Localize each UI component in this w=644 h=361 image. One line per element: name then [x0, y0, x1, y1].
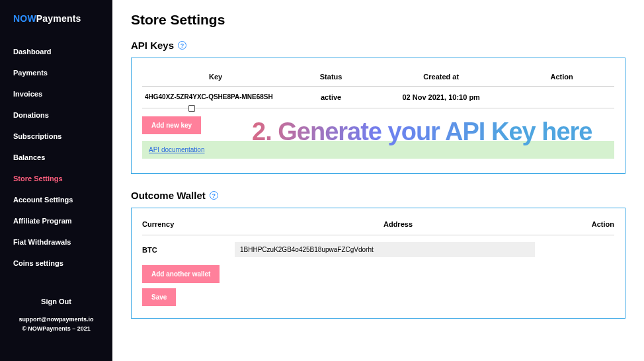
add-another-wallet-button[interactable]: Add another wallet	[142, 265, 220, 283]
brand-logo: NOWPayments	[0, 13, 112, 44]
sidebar: NOWPayments Dashboard Payments Invoices …	[0, 0, 112, 361]
col-header-address: Address	[235, 220, 561, 228]
wallet-table-header: Currency Address Action	[142, 220, 614, 235]
sidebar-item-coins-settings[interactable]: Coins settings	[13, 255, 99, 271]
sidebar-item-invoices[interactable]: Invoices	[13, 86, 99, 102]
sidebar-footer: Sign Out support@nowpayments.io © NOWPay…	[0, 298, 112, 334]
wallet-row: BTC	[142, 235, 614, 257]
add-new-key-button[interactable]: Add new key	[142, 116, 201, 134]
api-keys-section-title: API Keys ?	[131, 40, 625, 51]
api-keys-label: API Keys	[131, 40, 174, 51]
col-header-action-wallet: Action	[561, 220, 614, 228]
col-header-status: Status	[289, 70, 373, 86]
sidebar-item-payments[interactable]: Payments	[13, 65, 99, 81]
sidebar-nav: Dashboard Payments Invoices Donations Su…	[0, 44, 112, 271]
api-keys-panel: Key Status Created at Action 4HG40XZ-5ZR…	[131, 58, 625, 174]
sidebar-item-donations[interactable]: Donations	[13, 107, 99, 123]
outcome-wallet-section-title: Outcome Wallet ?	[131, 190, 625, 201]
sidebar-item-fiat-withdrawals[interactable]: Fiat Withdrawals	[13, 234, 99, 250]
outcome-wallet-label: Outcome Wallet	[131, 190, 206, 201]
col-header-created: Created at	[373, 70, 509, 86]
signout-button[interactable]: Sign Out	[7, 298, 106, 305]
copyright-text: © NOWPayments – 2021	[7, 324, 106, 333]
page-title: Store Settings	[131, 12, 625, 28]
col-header-key: Key	[142, 70, 289, 86]
api-key-status: active	[289, 86, 373, 108]
wallet-address-cell	[235, 242, 561, 257]
api-key-created: 02 Nov 2021, 10:10 pm	[373, 86, 509, 108]
sidebar-item-balances[interactable]: Balances	[13, 149, 99, 165]
sidebar-item-subscriptions[interactable]: Subscriptions	[13, 128, 99, 144]
help-icon[interactable]: ?	[178, 41, 186, 50]
outcome-wallet-panel: Currency Address Action BTC Add another …	[131, 208, 625, 319]
brand-part2: Payments	[36, 13, 81, 24]
save-button[interactable]: Save	[142, 288, 176, 306]
col-header-currency: Currency	[142, 220, 235, 228]
api-key-text: 4HG40XZ-5ZR4YXC-QSHE8PA-MNE68SH	[145, 93, 273, 100]
main-content: Store Settings API Keys ? Key Status Cre…	[112, 0, 644, 361]
sidebar-item-dashboard[interactable]: Dashboard	[13, 44, 99, 60]
support-email[interactable]: support@nowpayments.io	[7, 315, 106, 324]
api-documentation-link[interactable]: API documentation	[149, 146, 205, 153]
sidebar-item-affiliate-program[interactable]: Affiliate Program	[13, 213, 99, 229]
col-header-action: Action	[509, 70, 614, 86]
brand-part1: NOW	[13, 13, 36, 24]
api-doc-bar: API documentation	[142, 141, 614, 159]
sidebar-item-account-settings[interactable]: Account Settings	[13, 192, 99, 208]
help-icon[interactable]: ?	[210, 191, 218, 200]
api-key-action-cell	[509, 86, 614, 108]
api-key-value: 4HG40XZ-5ZR4YXC-QSHE8PA-MNE68SH	[142, 86, 289, 108]
api-keys-table: Key Status Created at Action 4HG40XZ-5ZR…	[142, 70, 614, 108]
wallet-currency: BTC	[142, 246, 235, 254]
sidebar-item-store-settings[interactable]: Store Settings	[13, 171, 99, 186]
wallet-address-input[interactable]	[235, 242, 535, 257]
copy-icon[interactable]	[188, 105, 195, 112]
